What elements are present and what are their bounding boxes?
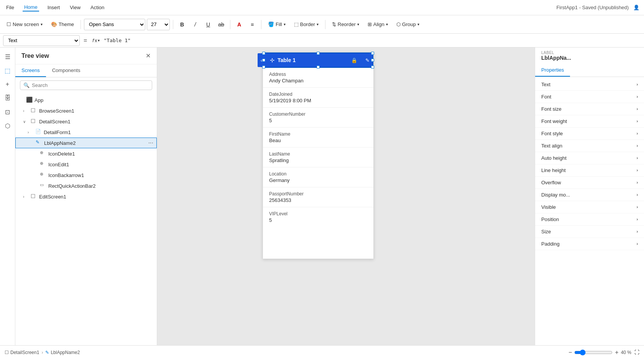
- nav-arrow-left[interactable]: ‹: [258, 53, 265, 67]
- detail-value-1: 5/19/2019 8:00 PM: [269, 98, 367, 103]
- canvas[interactable]: ‹ ⊹ Ta: [157, 48, 535, 345]
- prop-text[interactable]: Text ›: [535, 79, 644, 91]
- prop-size-label: Size: [541, 229, 637, 234]
- zoom-out-button[interactable]: −: [568, 349, 572, 356]
- theme-button[interactable]: 🎨 Theme: [48, 20, 77, 29]
- reorder-chevron: ▾: [357, 22, 359, 26]
- underline-button[interactable]: U: [202, 19, 214, 30]
- prop-visible[interactable]: Visible ›: [535, 201, 644, 213]
- components-icon[interactable]: ⬡: [2, 120, 14, 132]
- hamburger-menu-icon[interactable]: ☰: [2, 51, 14, 63]
- prop-line-height-chevron: ›: [637, 168, 638, 172]
- lbl-menu-button[interactable]: ···: [148, 139, 153, 146]
- tree-item-detailform[interactable]: › 📄 DetailForm1: [15, 127, 157, 138]
- toolbar-divider-2: [173, 20, 173, 29]
- menu-home[interactable]: Home: [23, 3, 39, 11]
- prop-text-align-chevron: ›: [637, 144, 638, 148]
- tree-item-detail[interactable]: ∨ ☐ DetailScreen1: [15, 116, 157, 127]
- prop-padding[interactable]: Padding ›: [535, 238, 644, 250]
- tree-item-lblappname2[interactable]: ✎ LblAppName2 ···: [15, 138, 157, 148]
- prop-display-mode[interactable]: Display mo... ›: [535, 189, 644, 201]
- prop-text-align[interactable]: Text align ›: [535, 140, 644, 152]
- tree-search-input[interactable]: [32, 82, 149, 88]
- prop-font-size[interactable]: Font size ›: [535, 103, 644, 115]
- fill-button[interactable]: 🪣 Fill ▾: [264, 20, 289, 29]
- browse-screen-icon: ☐: [31, 107, 38, 114]
- zoom-in-button[interactable]: +: [615, 349, 618, 356]
- expand-icon[interactable]: ⛶: [634, 349, 639, 355]
- group-chevron: ▾: [417, 22, 419, 26]
- zoom-slider[interactable]: [574, 349, 613, 356]
- detail-row-3: FirstName Beau: [263, 128, 373, 148]
- menu-view[interactable]: View: [68, 4, 82, 11]
- formula-fx[interactable]: fx ▾: [91, 38, 101, 43]
- prop-auto-height[interactable]: Auto height ›: [535, 152, 644, 164]
- bold-button[interactable]: B: [176, 19, 188, 30]
- align-button[interactable]: ≡: [246, 19, 258, 30]
- tree-item-iconedit[interactable]: ⊕ IconEdit1: [15, 159, 157, 170]
- prop-text-label: Text: [541, 82, 637, 87]
- layers-icon[interactable]: ⬚: [2, 64, 14, 77]
- main-layout: ☰ ⬚ + 🗄 ⊡ ⬡ Tree view ✕ Screens Componen…: [0, 48, 644, 345]
- tree-item-browse[interactable]: › ☐ BrowseScreen1: [15, 105, 157, 116]
- tree-view-close-button[interactable]: ✕: [146, 52, 151, 59]
- prop-font-chevron: ›: [637, 95, 638, 99]
- status-right: − + 40 % ⛶: [568, 349, 639, 356]
- italic-button[interactable]: /: [189, 19, 201, 30]
- tab-screens[interactable]: Screens: [15, 64, 46, 77]
- menu-action[interactable]: Action: [89, 4, 106, 11]
- element-lock-button[interactable]: 🔒: [348, 53, 360, 67]
- prop-size[interactable]: Size ›: [535, 226, 644, 238]
- tree-item-rect[interactable]: ▭ RectQuickActionBar2: [15, 180, 157, 191]
- font-color-button[interactable]: A: [233, 19, 245, 30]
- formula-selector[interactable]: Text: [3, 35, 80, 46]
- breadcrumb: ☐ DetailScreen1 › ✎ LblAppName2: [5, 350, 80, 355]
- border-chevron: ▾: [317, 22, 319, 26]
- prop-font[interactable]: Font ›: [535, 91, 644, 103]
- tree-item-app[interactable]: ⬛ App: [15, 95, 157, 105]
- selected-element[interactable]: ‹ ⊹ Ta: [263, 52, 373, 68]
- menu-file[interactable]: File: [5, 4, 16, 11]
- tree-item-iconback[interactable]: ⊕ IconBackarrow1: [15, 170, 157, 180]
- tab-properties[interactable]: Properties: [535, 64, 570, 77]
- reorder-button[interactable]: ⇅ Reorder ▾: [329, 20, 363, 29]
- font-select[interactable]: Open Sans: [84, 19, 145, 30]
- detail-value-2: 5: [269, 118, 367, 123]
- right-panel-header: LABEL LblAppNa...: [535, 48, 644, 64]
- new-screen-button[interactable]: ☐ New screen ▾: [3, 20, 46, 29]
- align-pos-button[interactable]: ⊞ Align ▾: [364, 20, 391, 29]
- border-button[interactable]: ⬚ Border ▾: [291, 20, 322, 29]
- group-button[interactable]: ⬡ Group ▾: [393, 20, 423, 29]
- tree-item-icondelete[interactable]: ⊕ IconDelete1: [15, 148, 157, 159]
- prop-position[interactable]: Position ›: [535, 213, 644, 226]
- prop-font-weight-label: Font weight: [541, 118, 637, 124]
- align-pos-icon: ⊞: [368, 21, 372, 27]
- variables-icon[interactable]: ⊡: [2, 106, 14, 118]
- add-icon[interactable]: +: [2, 78, 14, 90]
- font-size-select[interactable]: 27: [147, 19, 170, 30]
- screen-frame: ‹ ⊹ Ta: [263, 52, 374, 259]
- tree-item-editscreen[interactable]: › ☐ EditScreen1: [15, 191, 157, 202]
- align-pos-chevron: ▾: [386, 22, 388, 26]
- prop-overflow[interactable]: Overflow ›: [535, 177, 644, 189]
- prop-font-style[interactable]: Font style ›: [535, 128, 644, 140]
- data-icon[interactable]: 🗄: [2, 92, 14, 104]
- strikethrough-button[interactable]: ab: [215, 19, 227, 30]
- group-icon: ⬡: [396, 21, 401, 27]
- prop-overflow-label: Overflow: [541, 180, 637, 185]
- prop-line-height[interactable]: Line height ›: [535, 164, 644, 177]
- breadcrumb-screen[interactable]: ☐ DetailScreen1: [5, 350, 39, 355]
- tab-components[interactable]: Components: [46, 64, 87, 77]
- detail-value-7: 5: [269, 217, 367, 223]
- detail-label-0: Address: [269, 72, 367, 77]
- tree-view-tabs: Screens Components: [15, 64, 157, 77]
- menu-insert[interactable]: Insert: [46, 4, 62, 11]
- user-avatar[interactable]: 👤: [633, 5, 639, 10]
- breadcrumb-element[interactable]: ✎ LblAppName2: [45, 350, 80, 355]
- iconback-icon: ⊕: [40, 172, 47, 179]
- new-screen-chevron: ▾: [41, 22, 43, 26]
- formula-input[interactable]: [104, 35, 641, 46]
- element-edit-button[interactable]: ✎: [361, 53, 373, 67]
- app-title: FirstApp1 - Saved (Unpublished): [556, 5, 629, 10]
- prop-font-weight[interactable]: Font weight ›: [535, 115, 644, 128]
